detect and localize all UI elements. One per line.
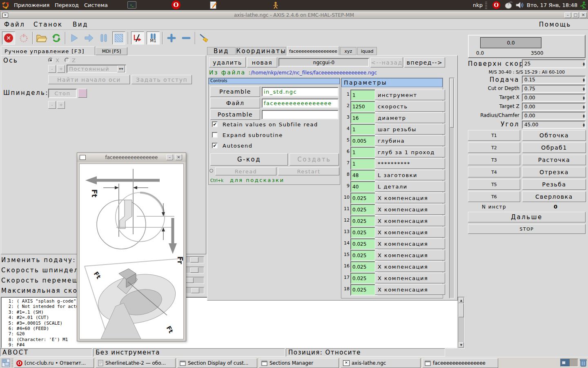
spindle-stop-button[interactable]: Стоп [48, 89, 77, 98]
ngcgui-instance-entry[interactable]: ngcgui-0 [278, 58, 369, 67]
jog-plus-button[interactable]: + [57, 65, 65, 73]
make-gcode-button[interactable]: G-код [210, 153, 288, 166]
tool-t5-button[interactable]: T5 [468, 179, 520, 190]
stop-button[interactable] [112, 31, 125, 45]
param-entry[interactable]: 0.025 [350, 273, 378, 284]
taskbar-handle[interactable] [11, 359, 13, 367]
feed-spinbox[interactable]: 0.15 ▲▼ [522, 76, 586, 84]
menu-system[interactable]: Система [84, 2, 108, 8]
from-file-path[interactable]: /home/nkp/emc2/nc_files/faceeeeeeeeeeeee… [251, 70, 377, 76]
tab-ngcgui-face[interactable]: faceeeeeeeeeeeeeee [287, 46, 339, 56]
pause-button[interactable] [98, 32, 110, 44]
scrollbar-thumb[interactable] [459, 303, 464, 317]
ngcgui-new-button[interactable]: новая [247, 57, 277, 67]
manual-tab[interactable]: Ручное управление [F3] [1, 46, 95, 56]
workspace-1[interactable] [561, 359, 570, 366]
workspace-switcher[interactable] [560, 359, 578, 367]
text-editor-icon[interactable] [210, 1, 217, 9]
mouse-tray-icon[interactable] [504, 1, 513, 9]
target-z-spinbox[interactable]: 0.00 ▲▼ [522, 103, 586, 111]
param-entry[interactable]: 0.005 [350, 135, 378, 147]
zoom-out-button[interactable] [180, 32, 192, 44]
stop-cycle-button[interactable]: STOP [468, 224, 586, 234]
window-minimize-button[interactable]: – [564, 12, 571, 18]
preamble-button[interactable]: Preamble [210, 86, 260, 97]
param-label-button[interactable]: X компенсация [375, 215, 445, 226]
float-close-button[interactable]: ✕ [175, 154, 182, 160]
param-entry[interactable]: 48 [350, 170, 378, 181]
param-entry[interactable]: 40 [350, 181, 378, 193]
panel-handle[interactable] [485, 1, 487, 9]
workspace-2[interactable] [570, 359, 578, 366]
param-label-button[interactable]: глубина [375, 135, 445, 146]
tab-iquad[interactable]: iquad [357, 47, 377, 55]
param-label-button[interactable]: скорость [375, 101, 445, 112]
clock-label[interactable]: Вто, 17 Янв, 18:48 [527, 2, 577, 8]
spindle-override-slider[interactable] [185, 267, 204, 274]
param-label-button[interactable]: инструмент [375, 90, 445, 100]
home-axis-button[interactable]: Найти начало оси [48, 75, 130, 84]
spinner-arrows-icon[interactable]: ▲▼ [583, 78, 585, 82]
gcode-text-area[interactable]: 1: ( AXIS "splash g-code" 2: ( Not inten… [1, 297, 458, 348]
scroll-down-icon[interactable]: ▼ [459, 342, 464, 348]
taskbar-item-sections-manager[interactable]: Sections Manager [259, 358, 339, 368]
radius-chamfer-spinbox[interactable]: 0.00 ▲▼ [522, 112, 586, 120]
clear-plot-button[interactable] [198, 32, 210, 44]
run-step-button[interactable] [83, 32, 95, 44]
param-label-button[interactable]: X компенсация [375, 261, 445, 272]
window-maximize-button[interactable]: □ [572, 12, 579, 18]
param-label-button[interactable]: X компенсация [375, 250, 445, 260]
restart-button[interactable]: Restart [278, 167, 339, 175]
param-label-button[interactable]: ********** [375, 158, 445, 169]
param-label-button[interactable]: X компенсация [375, 227, 445, 238]
param-entry[interactable]: 1 [350, 90, 378, 101]
menu-help[interactable]: Помощь [539, 21, 571, 28]
spinner-arrows-icon[interactable]: ▲▼ [583, 123, 585, 127]
menu-file[interactable]: Файл [4, 21, 25, 28]
block-delete-button[interactable] [131, 31, 144, 45]
gcode-scrollbar[interactable]: ▲ ▼ [458, 297, 465, 348]
param-entry[interactable]: 16 [350, 112, 378, 124]
machine-power-button[interactable] [18, 32, 30, 44]
param-label-button[interactable]: L детали [375, 181, 445, 192]
param-label-button[interactable]: L заготовки [375, 170, 445, 180]
spinner-arrows-icon[interactable]: ▲▼ [583, 87, 585, 91]
subfile-button[interactable]: Файл [210, 98, 260, 108]
float-window-titlebar[interactable]: faceeeeeeeeeeeeeee – ✕ [77, 153, 186, 162]
reload-file-button[interactable] [50, 32, 62, 44]
param-label-button[interactable]: диаметр [375, 112, 445, 123]
retain-checkbox[interactable]: ✔ [212, 121, 218, 127]
open-file-button[interactable] [36, 32, 48, 44]
feed-override-slider[interactable] [185, 256, 204, 263]
tool-t4-name-button[interactable]: Отрезка [522, 167, 586, 177]
show-desktop-icon[interactable] [2, 359, 10, 367]
param-entry[interactable]: 0.025 [350, 284, 378, 296]
ngcgui-back-button[interactable]: <--назад [370, 57, 403, 67]
param-entry[interactable]: 0.025 [350, 261, 378, 273]
spinner-arrows-icon[interactable]: ▲▼ [583, 96, 585, 100]
postamble-button[interactable]: Postamble [210, 109, 260, 120]
menu-applications[interactable]: Приложения [14, 2, 49, 8]
taskbar-item-axis[interactable]: ✕ axis-lathe.ngc [341, 358, 421, 368]
tool-t6-button[interactable]: T6 [468, 191, 520, 202]
spinner-arrows-icon[interactable]: ▲▼ [583, 62, 585, 66]
param-entry[interactable]: 1 [350, 124, 378, 135]
taskbar-item-face[interactable]: faceeeeeeeeeeeeeee [422, 358, 498, 368]
tool-t5-name-button[interactable]: Резьба [522, 179, 586, 190]
param-entry[interactable]: 0.025 [350, 227, 378, 238]
opera-tray-icon[interactable]: O [492, 1, 500, 9]
axis-titlebar[interactable]: ✕ axis-lathe.ngc - AXIS 2.4.6 on EMC-HAL… [0, 11, 588, 19]
spindle-brake-button[interactable] [78, 89, 87, 98]
param-label-button[interactable]: X компенсация [375, 284, 445, 295]
taskbar-item-document[interactable]: SherlineLathe-2 — обо... [96, 358, 176, 368]
opera-launcher-icon[interactable]: O [172, 0, 180, 9]
scrollbar-thumb[interactable] [450, 79, 454, 128]
run-program-button[interactable] [68, 32, 80, 44]
param-label-button[interactable]: X компенсация [375, 238, 445, 249]
param-label-button[interactable]: шаг резьбы [375, 124, 445, 135]
mdi-tab[interactable]: MDI [F5] [96, 47, 127, 55]
param-entry[interactable]: 1250 [350, 101, 378, 112]
subfile-entry[interactable]: faceeeeeeeeeeeeeee [262, 99, 339, 108]
preamble-entry[interactable]: in_std.ngc [262, 87, 339, 96]
target-x-spinbox[interactable]: 0.00 ▲▼ [522, 94, 586, 102]
